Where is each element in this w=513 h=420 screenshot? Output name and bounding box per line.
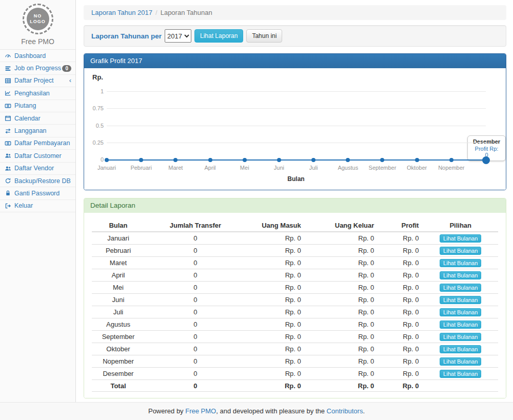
sidebar-item-label: Dashboard [14,52,46,59]
cell-masuk: Rp. 0 [246,380,305,392]
breadcrumb-current: Laporan Tahunan [161,9,212,16]
sidebar-item-daftar-customer[interactable]: Daftar Customer [0,150,75,162]
tooltip-month: Desember [472,138,501,145]
sidebar-menu: DashboardJob on Progress0Daftar Project‹… [0,49,75,212]
view-monthly-button[interactable]: Lihat Bulanan [440,321,481,329]
sidebar-item-daftar-vendor[interactable]: Daftar Vendor [0,163,75,175]
cell-keluar: Rp. 0 [305,331,379,343]
cell-masuk: Rp. 0 [246,269,305,282]
sidebar-item-label: Daftar Pembayaran [14,139,70,147]
data-point-september[interactable] [380,158,384,162]
sidebar-item-label: Langganan [14,127,47,134]
detail-report-title: Detail Laporan [84,198,506,213]
view-monthly-button[interactable]: Lihat Bulanan [440,357,481,366]
sidebar-item-ganti-password[interactable]: Ganti Password [0,187,75,199]
view-monthly-button[interactable]: Lihat Bulanan [440,296,481,304]
x-tick-label: Maret [168,165,183,171]
exchange-icon [4,128,12,134]
data-point-januari[interactable] [105,158,109,162]
table-header-row: Bulan Jumlah Transfer Uang Masuk Uang Ke… [92,219,498,232]
cell-keluar: Rp. 0 [305,282,379,294]
view-monthly-button[interactable]: Lihat Bulanan [440,333,481,341]
footer-text-suffix: . [363,407,365,415]
cell-transfer: 0 [145,368,246,380]
view-monthly-button[interactable]: Lihat Bulanan [440,284,481,292]
cell-bulan: Oktober [92,343,145,355]
cell-pilihan: Lihat Bulanan [423,331,498,343]
sidebar-item-langganan[interactable]: Langganan [0,125,75,137]
refresh-icon [4,177,12,184]
sidebar-item-label: Daftar Project [14,77,53,84]
sidebar-item-penghasilan[interactable]: Penghasilan [0,87,75,99]
sidebar-item-piutang[interactable]: Piutang [0,100,75,112]
table-row: Oktober0Rp. 0Rp. 0Rp. 0Lihat Bulanan [92,343,498,355]
data-point-pebruari[interactable] [139,158,143,162]
cell-keluar: Rp. 0 [305,380,379,392]
table-row: Desember0Rp. 0Rp. 0Rp. 0Lihat Bulanan [92,368,498,380]
year-select[interactable]: 2017 [165,29,191,43]
brand-block: NO LOGO Free PMO [0,0,75,49]
cell-transfer: 0 [145,306,246,318]
sidebar-item-dashboard[interactable]: Dashboard [0,50,75,62]
view-monthly-button[interactable]: Lihat Bulanan [440,259,481,267]
data-point-oktober[interactable] [415,158,419,162]
data-point-desember[interactable] [482,156,490,164]
view-report-button[interactable]: Lihat Laporan [194,29,243,43]
sidebar-item-calendar[interactable]: Calendar [0,112,75,125]
table-row: Maret0Rp. 0Rp. 0Rp. 0Lihat Bulanan [92,257,498,269]
cell-masuk: Rp. 0 [246,368,305,380]
view-monthly-button[interactable]: Lihat Bulanan [440,271,481,279]
sidebar: NO LOGO Free PMO DashboardJob on Progres… [0,0,76,402]
footer-link-contributors[interactable]: Contributors [327,407,363,415]
y-tick-label: 1 [86,88,104,94]
data-point-juli[interactable] [311,158,315,162]
this-year-button[interactable]: Tahun ini [246,29,282,43]
cell-bulan: September [92,331,145,343]
view-monthly-button[interactable]: Lihat Bulanan [440,247,481,255]
data-point-agustus[interactable] [346,158,350,162]
breadcrumb-link-laporan-tahun[interactable]: Laporan Tahun 2017 [91,9,152,16]
y-axis-unit-label: Rp. [92,73,103,81]
footer-link-free-pmo[interactable]: Free PMO [185,407,216,415]
sidebar-item-label: Calendar [14,115,41,122]
sidebar-item-daftar-project[interactable]: Daftar Project‹ [0,75,75,87]
x-tick-label: Pebruari [130,165,152,171]
cell-keluar: Rp. 0 [305,368,379,380]
sidebar-item-daftar-pembayaran[interactable]: Daftar Pembayaran [0,137,75,150]
cell-keluar: Rp. 0 [305,232,379,245]
cell-pilihan: Lihat Bulanan [423,257,498,269]
year-filter-label: Laporan Tahunan per [91,32,162,40]
cell-bulan: Desember [92,368,145,380]
sidebar-item-backup-restore-db[interactable]: Backup/Restore DB [0,175,75,187]
logo-text-line1: NO [34,13,42,19]
col-header-masuk: Uang Masuk [246,219,305,232]
breadcrumb-separator: / [152,9,161,16]
cell-pilihan: Lihat Bulanan [423,355,498,368]
cell-bulan: Juli [92,306,145,318]
detail-report-panel: Detail Laporan Bulan Jumlah Transfer Uan… [84,198,506,398]
sidebar-item-job-on-progress[interactable]: Job on Progress0 [0,62,75,74]
data-point-juni[interactable] [277,158,281,162]
logo-text-line2: LOGO [30,19,46,25]
cell-keluar: Rp. 0 [305,245,379,257]
data-point-mei[interactable] [243,158,247,162]
view-monthly-button[interactable]: Lihat Bulanan [440,370,481,378]
view-monthly-button[interactable]: Lihat Bulanan [440,308,481,316]
cell-masuk: Rp. 0 [246,306,305,318]
data-point-maret[interactable] [173,158,177,162]
profit-chart-title: Grafik Profit 2017 [84,54,506,68]
y-tick-label: 0 [86,156,104,163]
view-monthly-button[interactable]: Lihat Bulanan [440,234,481,243]
data-point-nopember[interactable] [449,158,453,162]
view-monthly-button[interactable]: Lihat Bulanan [440,345,481,353]
sidebar-item-label: Backup/Restore DB [14,177,71,185]
cell-bulan: Nopember [92,355,145,368]
table-row: Mei0Rp. 0Rp. 0Rp. 0Lihat Bulanan [92,282,498,294]
cell-pilihan: Lihat Bulanan [423,294,498,306]
no-logo-badge: NO LOGO [23,4,53,34]
x-tick-label: Mei [240,165,249,171]
sidebar-item-keluar[interactable]: Keluar [0,200,75,212]
y-tick-label: 0.5 [86,123,104,129]
data-point-april[interactable] [208,158,212,162]
cell-transfer: 0 [145,294,246,306]
